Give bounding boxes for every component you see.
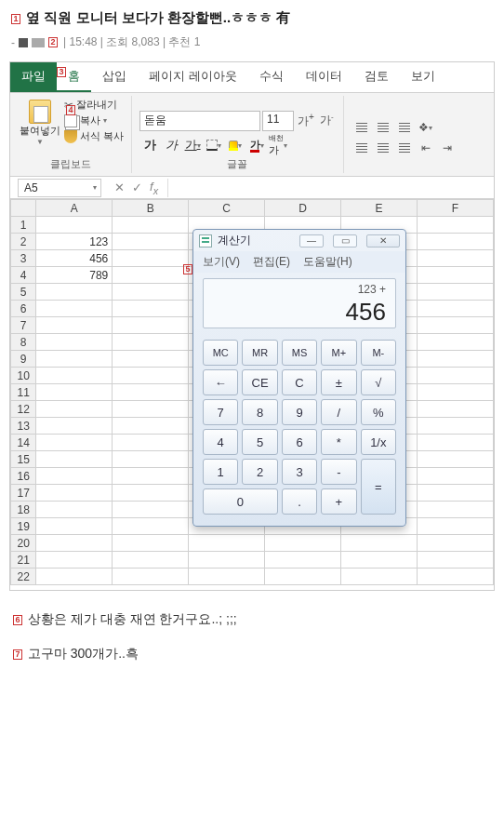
indent-inc-button[interactable]: ⇥ — [437, 138, 458, 158]
key-2[interactable]: 2 — [242, 459, 277, 485]
col-header[interactable]: D — [265, 200, 341, 217]
bold-button[interactable]: 가 — [139, 135, 160, 155]
col-header[interactable]: C — [189, 200, 265, 217]
row-header[interactable]: 21 — [11, 552, 36, 569]
row-header[interactable]: 13 — [11, 418, 36, 435]
add-button[interactable]: + — [321, 488, 356, 515]
menu-edit[interactable]: 편집(E) — [253, 254, 290, 270]
row-header[interactable]: 16 — [11, 468, 36, 485]
key-6[interactable]: 6 — [282, 429, 317, 455]
row-header[interactable]: 22 — [11, 569, 36, 585]
decimal-button[interactable]: . — [282, 488, 317, 515]
col-header[interactable]: F — [418, 200, 494, 217]
formula-bar[interactable] — [167, 179, 494, 197]
col-header[interactable]: A — [36, 200, 113, 217]
key-8[interactable]: 8 — [242, 399, 277, 425]
row-header[interactable]: 18 — [11, 502, 36, 518]
key-5[interactable]: 5 — [242, 429, 277, 455]
tab-review[interactable]: 검토 — [353, 62, 400, 92]
sqrt-button[interactable]: √ — [361, 369, 396, 395]
align-right-button[interactable] — [394, 138, 415, 158]
tab-formula[interactable]: 수식 — [248, 62, 295, 92]
row-header[interactable]: 1 — [11, 217, 36, 234]
equals-button[interactable]: = — [361, 459, 396, 515]
mc-button[interactable]: MC — [203, 340, 238, 366]
menu-help[interactable]: 도움말(H) — [303, 254, 352, 270]
calculator-title-bar[interactable]: 계산기 — ▭ ✕ — [193, 230, 405, 251]
fx-icon[interactable]: fx — [150, 180, 158, 196]
subtract-button[interactable]: - — [321, 459, 356, 485]
c-button[interactable]: C — [282, 369, 317, 395]
tab-view[interactable]: 보기 — [400, 62, 446, 92]
row-header[interactable]: 8 — [11, 334, 36, 351]
col-header[interactable]: E — [341, 200, 418, 217]
percent-button[interactable]: % — [361, 399, 396, 425]
mminus-button[interactable]: M- — [361, 340, 396, 366]
align-middle-button[interactable] — [373, 117, 393, 138]
row-header[interactable]: 12 — [11, 401, 36, 418]
row-header[interactable]: 20 — [11, 535, 36, 552]
row-header[interactable]: 11 — [11, 384, 36, 401]
font-shrink-button[interactable]: 가- — [318, 111, 336, 130]
select-all-corner[interactable] — [11, 200, 36, 217]
orientation-button[interactable]: ❖▾ — [416, 117, 436, 138]
ms-button[interactable]: MS — [282, 340, 317, 366]
phonetic-button[interactable]: 배천가▾ — [268, 135, 288, 155]
tab-file[interactable]: 파일 — [10, 62, 57, 92]
calculator-window[interactable]: 계산기 — ▭ ✕ 보기(V) 편집(E) 도움말(H) 123 + 456 M… — [192, 229, 406, 527]
maximize-button[interactable]: ▭ — [333, 234, 357, 247]
plusminus-button[interactable]: ± — [321, 369, 356, 395]
divide-button[interactable]: / — [321, 399, 356, 425]
name-box[interactable]: A5▾ — [18, 179, 101, 197]
key-3[interactable]: 3 — [282, 459, 317, 485]
italic-button[interactable]: 가 — [161, 135, 181, 155]
row-header[interactable]: 14 — [11, 435, 36, 451]
tab-layout[interactable]: 페이지 레이아웃 — [138, 62, 248, 92]
row-header[interactable]: 2 — [11, 234, 36, 250]
align-center-button[interactable] — [373, 138, 393, 158]
tab-insert[interactable]: 삽입 — [91, 62, 138, 92]
mr-button[interactable]: MR — [242, 340, 277, 366]
row-header[interactable]: 15 — [11, 451, 36, 468]
align-top-button[interactable] — [351, 117, 372, 138]
mplus-button[interactable]: M+ — [321, 340, 356, 366]
copy-button[interactable]: 복사▾ — [64, 114, 124, 127]
font-color-button[interactable]: 가▾ — [246, 135, 267, 155]
key-0[interactable]: 0 — [203, 488, 278, 515]
confirm-icon[interactable]: ✓ — [132, 181, 142, 194]
cell[interactable]: 123 — [36, 234, 113, 250]
font-grow-button[interactable]: 가+ — [296, 110, 316, 131]
minimize-button[interactable]: — — [299, 234, 324, 247]
menu-view[interactable]: 보기(V) — [203, 254, 240, 270]
col-header[interactable]: B — [113, 200, 189, 217]
font-size-select[interactable]: 11 — [262, 111, 294, 131]
key-7[interactable]: 7 — [203, 399, 238, 425]
row-header[interactable]: 5 — [11, 284, 36, 301]
format-painter-button[interactable]: 서식 복사 — [64, 129, 124, 143]
row-header[interactable]: 6 — [11, 301, 36, 317]
backspace-button[interactable]: ← — [203, 369, 238, 395]
reciprocal-button[interactable]: 1/x — [361, 429, 396, 455]
cancel-icon[interactable]: ✕ — [114, 181, 125, 194]
row-header[interactable]: 3 — [11, 250, 36, 267]
row-header[interactable]: 17 — [11, 485, 36, 502]
row-header[interactable]: 7 — [11, 317, 36, 334]
align-bottom-button[interactable] — [394, 117, 415, 138]
cell[interactable]: 456 — [36, 250, 113, 267]
fill-color-button[interactable]: ▾ — [225, 135, 245, 155]
multiply-button[interactable]: * — [321, 429, 356, 455]
align-left-button[interactable] — [351, 138, 372, 158]
key-9[interactable]: 9 — [282, 399, 317, 425]
row-header[interactable]: 19 — [11, 518, 36, 535]
key-4[interactable]: 4 — [203, 429, 238, 455]
key-1[interactable]: 1 — [203, 459, 238, 485]
border-button[interactable]: ▾ — [204, 135, 224, 155]
indent-dec-button[interactable]: ⇤ — [416, 138, 436, 158]
ce-button[interactable]: CE — [242, 369, 277, 395]
close-button[interactable]: ✕ — [366, 234, 400, 247]
row-header[interactable]: 9 — [11, 351, 36, 368]
underline-button[interactable]: 가▾ — [182, 135, 203, 155]
row-header[interactable]: 4 — [11, 267, 36, 284]
font-name-select[interactable]: 돋움 — [139, 111, 260, 131]
paste-button[interactable]: 붙여넣기 ▼ — [18, 98, 62, 148]
